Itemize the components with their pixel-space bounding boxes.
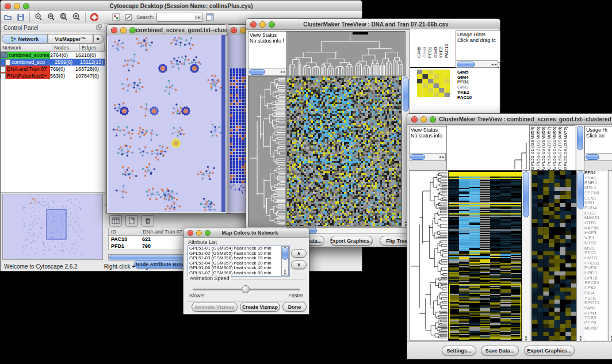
view-status-scrollbar[interactable]: ◄ ► (248, 68, 287, 76)
export-graphics-button[interactable]: Export Graphics... (524, 346, 575, 355)
attribute-list-scrollbar[interactable]: ▲ ▼ (281, 246, 289, 276)
column-dendrogram-canvas[interactable] (446, 125, 530, 171)
gene-label[interactable]: MON2 (584, 326, 607, 331)
move-down-button[interactable]: ∨ (291, 260, 307, 269)
gene-label[interactable]: PAC10 (457, 95, 483, 101)
annotation-icon[interactable] (124, 12, 134, 22)
zoom-button[interactable] (23, 3, 29, 9)
search-input[interactable]: ▼ (156, 13, 202, 22)
search-dropdown-icon[interactable]: ▼ (195, 16, 202, 20)
treeview2-titlebar[interactable]: ClusterMaker TreeView : combined_scores_… (407, 114, 612, 125)
column-label[interactable]: GPL51-03 (GSM856) (541, 127, 546, 170)
gene-dendrogram-canvas[interactable] (409, 170, 449, 341)
zoom-vscrollbar[interactable]: ▲ ▼ (576, 170, 585, 342)
global-heatmap-canvas[interactable] (448, 170, 522, 341)
network-row[interactable]: combined_scores_2764(0)16218(0) (1, 52, 105, 59)
global-heatmap-canvas[interactable] (286, 76, 401, 227)
scrollbar-thumb[interactable] (577, 171, 584, 209)
save-data-button[interactable]: Save Data... (481, 346, 519, 355)
close-button[interactable] (231, 27, 237, 33)
column-label[interactable]: GPL51-02 (GSM855) (536, 127, 541, 170)
attribute-list[interactable]: GPL51-01 (GSM854) heat shock 05 minGPL51… (188, 246, 290, 277)
minimize-button[interactable] (196, 230, 202, 236)
gene-label[interactable]: PFD1 (428, 47, 433, 58)
minimize-button[interactable] (14, 3, 20, 9)
gene-dendrogram-canvas[interactable] (248, 76, 287, 227)
scrollbar-thumb[interactable] (586, 154, 599, 160)
dialog-titlebar[interactable]: Map Colors to Network (183, 228, 309, 238)
scrollbar-thumb[interactable] (249, 69, 265, 75)
zoom-heatmap-canvas[interactable] (417, 70, 450, 97)
settings-button[interactable]: Settings... (442, 346, 476, 355)
column-label[interactable]: GPL51-07 (GSM868) (558, 127, 563, 170)
gene-label[interactable]: GIM4 (423, 47, 428, 58)
treeview1-titlebar[interactable]: ClusterMaker TreeView : DNA and Tran 07-… (246, 19, 500, 30)
zoom-out-icon[interactable] (33, 12, 44, 22)
network-row[interactable]: DNA and Tran 07769(0)183728(0) (1, 66, 105, 72)
float-panel-icon[interactable] (96, 24, 102, 31)
zoom-in-icon[interactable] (46, 12, 56, 22)
gene-label[interactable]: YKE2 (439, 47, 444, 58)
network-table-header[interactable]: Network Nodes Edges (1, 44, 105, 52)
network-tree-area[interactable] (1, 79, 105, 193)
tab-network[interactable]: Network (2, 34, 48, 44)
gene-label[interactable]: GIM5 (417, 47, 422, 58)
animate-vizmap-button[interactable]: Animate Vizmap (192, 302, 238, 312)
network-canvas[interactable] (108, 35, 225, 212)
tab-overflow-arrow-icon[interactable]: ► (93, 34, 104, 44)
network-window-titlebar[interactable]: combined_scores_good.txt--cluste... (107, 25, 227, 36)
create-vizmap-button[interactable]: Create Vizmap (240, 302, 280, 312)
help-icon[interactable] (89, 12, 100, 22)
network-row[interactable]: combined_sco2569(6)13112(15) (1, 59, 105, 66)
delete-attribute-icon[interactable] (141, 215, 154, 227)
column-label[interactable]: GPL51-08 (GSM872) (564, 127, 569, 170)
minimize-button[interactable] (120, 27, 127, 33)
column-labels-scrollbar[interactable] (576, 125, 584, 171)
export-graphics-button[interactable]: Export Graphics... (330, 236, 373, 246)
close-button[interactable] (188, 230, 193, 236)
open-file-icon[interactable] (3, 12, 13, 22)
network-view[interactable] (108, 35, 225, 212)
view-status-scrollbar[interactable]: ◄ ► (409, 153, 446, 161)
network-overview-canvas[interactable] (3, 194, 101, 258)
zoom-button[interactable] (129, 27, 136, 33)
scroll-down-icon[interactable]: ▼ (284, 272, 287, 275)
gene-label[interactable]: PAC10 (445, 44, 450, 58)
scrollbar-thumb[interactable] (282, 247, 288, 260)
zoom-button[interactable] (430, 116, 436, 122)
scrollbar-thumb[interactable] (457, 62, 475, 67)
scroll-right-icon[interactable]: ► (494, 63, 498, 66)
close-button[interactable] (111, 27, 117, 33)
minimize-button[interactable] (420, 116, 427, 122)
usage-hints-scrollbar[interactable]: ◄ ► (456, 60, 498, 68)
scrollbar-thumb[interactable] (403, 77, 409, 112)
save-icon[interactable] (16, 12, 26, 22)
new-attribute-icon[interactable] (125, 215, 138, 227)
scrollbar-thumb[interactable] (523, 171, 529, 217)
close-button[interactable] (5, 3, 11, 9)
gene-labels-scrollbar[interactable]: ▲ ▼ (608, 170, 612, 342)
main-titlebar[interactable]: Cytoscape Desktop (Session Name: collins… (1, 1, 362, 12)
zoom-fit-icon[interactable] (71, 12, 82, 22)
zoom-heatmap-canvas[interactable] (531, 170, 577, 341)
close-button[interactable] (411, 116, 418, 122)
usage-hints-scrollbar[interactable] (584, 153, 612, 161)
zoom-button[interactable] (205, 230, 211, 236)
column-label[interactable]: GPL51-06 (GSM865) (552, 127, 557, 170)
done-button[interactable]: Done (282, 302, 307, 312)
move-up-button[interactable]: ∧ (291, 249, 307, 258)
panel-toggle-icon[interactable] (205, 12, 215, 22)
column-label[interactable]: GPL51-01 (GSM854) (530, 127, 536, 170)
heatmap-vscrollbar[interactable]: ▲ ▼ (522, 170, 530, 342)
close-button[interactable] (250, 21, 257, 28)
scrollbar-thumb[interactable] (577, 126, 583, 150)
scrollbar-thumb[interactable] (410, 154, 425, 160)
minimize-button[interactable] (259, 21, 266, 28)
tab-vizmapper[interactable]: VizMapper™ (48, 34, 94, 44)
zoom-selected-icon[interactable] (59, 12, 69, 22)
network-overview-panel[interactable] (2, 194, 103, 260)
node-attributes-icon[interactable] (111, 12, 121, 22)
slider-thumb[interactable] (242, 285, 250, 293)
scroll-right-icon[interactable]: ► (442, 155, 445, 159)
zoom-button[interactable] (269, 21, 275, 28)
